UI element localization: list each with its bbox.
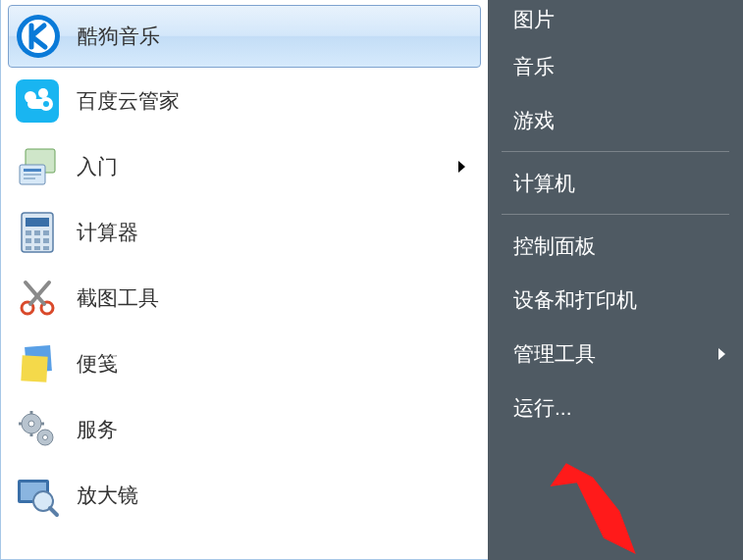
magnifier-icon	[14, 472, 61, 519]
svg-rect-17	[43, 230, 49, 235]
program-label: 截图工具	[77, 284, 471, 312]
svg-point-31	[28, 421, 34, 427]
right-item-label: 设备和打印机	[513, 286, 637, 314]
svg-rect-23	[43, 246, 49, 250]
right-item-label: 运行...	[513, 394, 572, 422]
svg-rect-22	[34, 246, 40, 250]
svg-rect-29	[21, 355, 47, 382]
svg-point-33	[43, 435, 48, 440]
right-item-label: 计算机	[513, 170, 575, 197]
program-item-snipping[interactable]: 截图工具	[8, 266, 481, 331]
program-item-kugou[interactable]: 酷狗音乐	[8, 5, 481, 68]
scissors-icon	[14, 275, 61, 322]
chevron-right-icon	[718, 348, 725, 360]
calculator-icon	[14, 209, 61, 256]
right-item-run[interactable]: 运行...	[488, 381, 743, 434]
program-label: 酷狗音乐	[78, 23, 470, 50]
program-label: 服务	[77, 416, 471, 443]
right-item-devices[interactable]: 设备和打印机	[488, 273, 743, 327]
program-item-stickynotes[interactable]: 便笺	[8, 331, 481, 396]
program-item-calculator[interactable]: 计算器	[8, 200, 481, 265]
start-menu-places-panel: 图片 音乐 游戏 计算机 控制面板 设备和打印机 管理工具 运行...	[488, 0, 743, 560]
gears-icon	[14, 406, 61, 453]
program-item-gettingstarted[interactable]: 入门	[8, 134, 481, 199]
program-item-baiduyun[interactable]: 百度云管家	[8, 69, 481, 133]
program-label: 入门	[77, 153, 458, 180]
svg-point-7	[43, 101, 49, 107]
svg-rect-12	[24, 178, 35, 179]
right-item-admintools[interactable]: 管理工具	[488, 327, 743, 381]
right-item-games[interactable]: 游戏	[488, 93, 743, 147]
svg-rect-18	[26, 238, 31, 243]
svg-line-41	[50, 508, 57, 515]
right-item-label: 控制面板	[513, 232, 596, 260]
svg-rect-15	[26, 230, 31, 235]
svg-rect-21	[26, 246, 31, 250]
svg-rect-11	[24, 174, 41, 176]
program-label: 百度云管家	[77, 87, 471, 115]
svg-point-4	[38, 88, 48, 98]
svg-rect-20	[43, 238, 49, 243]
svg-rect-19	[34, 238, 40, 243]
kugou-icon	[15, 13, 62, 60]
right-item-label: 音乐	[513, 53, 555, 80]
sticky-notes-icon	[14, 340, 61, 387]
right-item-controlpanel[interactable]: 控制面板	[488, 219, 743, 273]
chevron-right-icon	[458, 161, 465, 173]
svg-point-1	[22, 20, 55, 53]
right-item-label: 图片	[513, 6, 555, 33]
svg-rect-16	[34, 230, 40, 235]
getting-started-icon	[14, 143, 61, 190]
svg-rect-14	[26, 218, 49, 227]
right-item-pictures[interactable]: 图片	[488, 0, 743, 39]
program-label: 计算器	[77, 219, 471, 246]
separator	[502, 151, 729, 152]
program-item-magnifier[interactable]: 放大镜	[8, 463, 481, 528]
program-label: 便笺	[77, 350, 471, 378]
start-menu-programs-panel: 酷狗音乐 百度云管家	[0, 0, 488, 560]
right-item-music[interactable]: 音乐	[488, 39, 743, 93]
svg-rect-10	[24, 169, 41, 172]
baidu-cloud-icon	[14, 77, 61, 125]
right-item-computer[interactable]: 计算机	[488, 156, 743, 210]
program-label: 放大镜	[77, 482, 471, 509]
right-item-label: 游戏	[513, 107, 555, 134]
program-item-services[interactable]: 服务	[8, 397, 481, 462]
right-item-label: 管理工具	[513, 340, 596, 368]
separator	[502, 214, 729, 215]
